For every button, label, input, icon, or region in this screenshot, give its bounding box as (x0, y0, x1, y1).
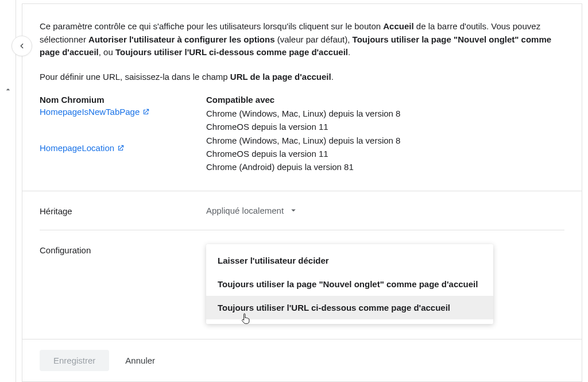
save-button[interactable]: Enregistrer (40, 350, 109, 371)
left-rail (0, 0, 16, 382)
cursor-pointer-icon (241, 312, 251, 327)
inheritance-value: Appliqué localement (206, 206, 284, 215)
inheritance-select[interactable]: Appliqué localement (206, 205, 299, 215)
compat-line: Chrome (Android) depuis la version 81 (206, 160, 564, 173)
description-paragraph-1: Ce paramètre contrôle ce qui s'affiche p… (40, 20, 564, 59)
dropdown-arrow-icon (288, 205, 299, 215)
description-section: Ce paramètre contrôle ce qui s'affiche p… (22, 4, 582, 191)
policy-link-homepage-new-tab[interactable]: HomepageIsNewTabPage (40, 107, 150, 117)
chevron-up-icon (3, 85, 13, 97)
policy-link-label: HomepageIsNewTabPage (40, 107, 140, 117)
actions-bar: Enregistrer Annuler (22, 339, 582, 381)
chromium-name-header: Nom Chromium (40, 95, 206, 105)
external-link-icon (142, 108, 150, 116)
inheritance-row: Héritage Appliqué localement (40, 191, 564, 230)
configuration-row: Configuration Laisser l'utilisateur déci… (40, 230, 564, 338)
policy-info-grid: Nom Chromium HomepageIsNewTabPage Homepa… (40, 95, 564, 173)
collapse-panel-button[interactable] (11, 36, 32, 56)
policy-link-homepage-location[interactable]: HomepageLocation (40, 143, 125, 153)
compat-line: Chrome (Windows, Mac, Linux) depuis la v… (206, 107, 564, 120)
external-link-icon (117, 144, 125, 152)
compat-line: ChromeOS depuis la version 11 (206, 120, 564, 133)
description-paragraph-2: Pour définir une URL, saisissez-la dans … (40, 71, 564, 84)
config-option-url-below[interactable]: Toujours utiliser l'URL ci-dessous comme… (206, 296, 493, 319)
policy-detail-panel: Ce paramètre contrôle ce qui s'affiche p… (22, 3, 582, 382)
configuration-label: Configuration (40, 244, 206, 255)
config-option-let-user-decide[interactable]: Laisser l'utilisateur décider (206, 249, 493, 272)
compatible-with-header: Compatible avec (206, 95, 564, 105)
compat-line: ChromeOS depuis la version 11 (206, 147, 564, 160)
cancel-button[interactable]: Annuler (125, 356, 155, 365)
configuration-dropdown: Laisser l'utilisateur décider Toujours u… (206, 244, 493, 324)
settings-section: Héritage Appliqué localement Configurati… (22, 191, 582, 338)
inheritance-label: Héritage (40, 205, 206, 216)
compat-line: Chrome (Windows, Mac, Linux) depuis la v… (206, 134, 564, 147)
config-option-new-tab-page[interactable]: Toujours utiliser la page "Nouvel onglet… (206, 272, 493, 296)
policy-link-label: HomepageLocation (40, 143, 114, 153)
